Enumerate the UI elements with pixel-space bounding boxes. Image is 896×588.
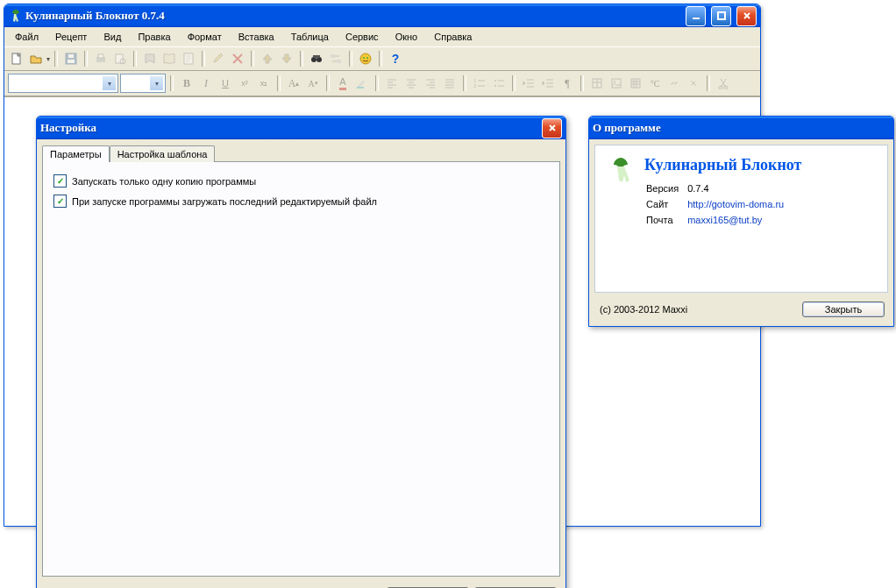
settings-titlebar[interactable]: Настройка	[37, 117, 565, 139]
about-titlebar[interactable]: О программе	[589, 117, 893, 139]
outdent-icon[interactable]	[520, 74, 537, 92]
app-icon	[8, 9, 22, 23]
about-app-name: Кулинарный Блокнот	[644, 156, 877, 174]
insert-image-icon[interactable]	[608, 74, 625, 92]
svg-rect-4	[68, 60, 75, 63]
save-icon[interactable]	[62, 50, 80, 67]
print-icon[interactable]	[92, 50, 110, 67]
numbered-list-icon[interactable]: 12	[471, 74, 488, 92]
minimize-button[interactable]	[686, 6, 706, 26]
leek-icon	[606, 156, 634, 281]
book-icon[interactable]	[160, 50, 178, 67]
menu-service[interactable]: Сервис	[338, 29, 386, 45]
menu-edit[interactable]: Правка	[131, 29, 177, 45]
cut-icon[interactable]	[715, 74, 732, 92]
up-icon[interactable]	[259, 50, 276, 67]
main-titlebar[interactable]: Кулинарный Блокнот 0.7.4	[4, 4, 760, 27]
svg-point-17	[363, 57, 365, 59]
svg-point-22	[494, 80, 496, 81]
menu-help[interactable]: Справка	[427, 29, 479, 45]
indent-icon[interactable]	[539, 74, 557, 92]
site-link[interactable]: http://gotovim-doma.ru	[687, 199, 784, 209]
mail-label: Почта	[646, 213, 686, 227]
link-icon[interactable]	[665, 74, 683, 92]
align-center-icon[interactable]	[402, 74, 420, 92]
font-shrink-icon[interactable]: A▾	[304, 74, 322, 92]
print-preview-icon[interactable]	[111, 50, 129, 67]
svg-text:2: 2	[473, 83, 477, 89]
font-grow-icon[interactable]: A▴	[285, 74, 302, 92]
menu-window[interactable]: Окно	[388, 29, 425, 45]
insert-table-icon[interactable]	[588, 74, 606, 92]
svg-rect-25	[612, 79, 621, 88]
svg-point-23	[494, 85, 496, 87]
delete-icon[interactable]	[229, 50, 246, 67]
paragraph-icon[interactable]: ¶	[558, 74, 576, 92]
svg-point-16	[360, 53, 371, 64]
single-instance-checkbox[interactable]: ✓ Запускать только одну копию программы	[53, 174, 549, 188]
notes-icon[interactable]	[180, 50, 197, 67]
open-icon[interactable]	[27, 50, 45, 67]
svg-rect-1	[718, 12, 725, 19]
menu-insert[interactable]: Вставка	[231, 29, 281, 45]
tab-parameters[interactable]: Параметры	[42, 145, 110, 162]
settings-tabs: Параметры Настройка шаблона	[37, 139, 565, 161]
degree-icon[interactable]: °C	[646, 74, 664, 92]
menu-recipe[interactable]: Рецепт	[48, 29, 94, 45]
help-icon[interactable]: ?	[387, 50, 404, 67]
checkmark-icon: ✓	[53, 195, 67, 208]
down-icon[interactable]	[278, 50, 295, 67]
svg-point-18	[366, 57, 368, 59]
anchor-icon[interactable]	[685, 74, 702, 92]
insert-grid-icon[interactable]	[627, 74, 644, 92]
svg-rect-14	[331, 54, 335, 58]
menu-format[interactable]: Формат	[181, 29, 229, 45]
edit-icon[interactable]	[210, 50, 227, 67]
font-select[interactable]: ▾	[8, 74, 118, 93]
settings-title: Настройка	[40, 121, 537, 135]
font-color-icon[interactable]: A	[334, 74, 352, 92]
recipes-icon[interactable]	[141, 50, 159, 67]
standard-toolbar: ▾ ?	[4, 47, 760, 71]
settings-dialog: Настройка Параметры Настройка шаблона ✓ …	[36, 116, 566, 588]
replace-icon[interactable]	[327, 50, 345, 67]
tab-template[interactable]: Настройка шаблона	[110, 145, 216, 162]
align-right-icon[interactable]	[422, 74, 439, 92]
close-button[interactable]	[736, 6, 757, 26]
subscript-icon[interactable]: x₂	[255, 74, 273, 92]
checkmark-icon: ✓	[53, 174, 67, 188]
menu-view[interactable]: Вид	[96, 29, 128, 45]
about-info-table: Версия0.7.4 Сайтhttp://gotovim-doma.ru П…	[644, 180, 793, 229]
superscript-icon[interactable]: x²	[236, 74, 253, 92]
align-justify-icon[interactable]	[441, 74, 459, 92]
size-select[interactable]: ▾	[120, 74, 166, 93]
mail-link[interactable]: maxxi165@tut.by	[687, 215, 762, 225]
svg-rect-15	[337, 60, 341, 63]
version-label: Версия	[646, 181, 686, 195]
about-footer: (c) 2003-2012 Maxxi Закрыть	[589, 298, 893, 326]
menu-table[interactable]: Таблица	[284, 29, 336, 45]
svg-rect-19	[357, 87, 364, 89]
highlight-icon[interactable]	[353, 74, 371, 92]
binoculars-icon[interactable]	[308, 50, 325, 67]
svg-rect-7	[98, 54, 103, 58]
new-icon[interactable]	[8, 50, 25, 67]
align-left-icon[interactable]	[383, 74, 401, 92]
format-toolbar: ▾ ▾ B I U x² x₂ A▴ A▾ A 12 ¶ °C	[4, 71, 760, 96]
about-body: Кулинарный Блокнот Версия0.7.4 Сайтhttp:…	[594, 145, 888, 293]
copyright-text: (c) 2003-2012 Maxxi	[600, 304, 687, 315]
bold-icon[interactable]: B	[178, 74, 196, 92]
about-close-button[interactable]: Закрыть	[802, 301, 885, 317]
settings-buttons: Сохранить Отмена	[37, 582, 565, 588]
underline-icon[interactable]: U	[217, 74, 234, 92]
menu-file[interactable]: Файл	[8, 29, 46, 45]
menubar: Файл Рецепт Вид Правка Формат Вставка Та…	[4, 27, 760, 47]
version-value: 0.7.4	[687, 181, 791, 195]
maximize-button[interactable]	[711, 6, 731, 26]
settings-close-button[interactable]	[542, 118, 562, 138]
load-last-file-checkbox[interactable]: ✓ При запуске программы загружать послед…	[53, 195, 549, 208]
settings-panel: ✓ Запускать только одну копию программы …	[42, 161, 560, 577]
smiley-icon[interactable]	[357, 50, 374, 67]
bulleted-list-icon[interactable]	[490, 74, 508, 92]
italic-icon[interactable]: I	[197, 74, 215, 92]
